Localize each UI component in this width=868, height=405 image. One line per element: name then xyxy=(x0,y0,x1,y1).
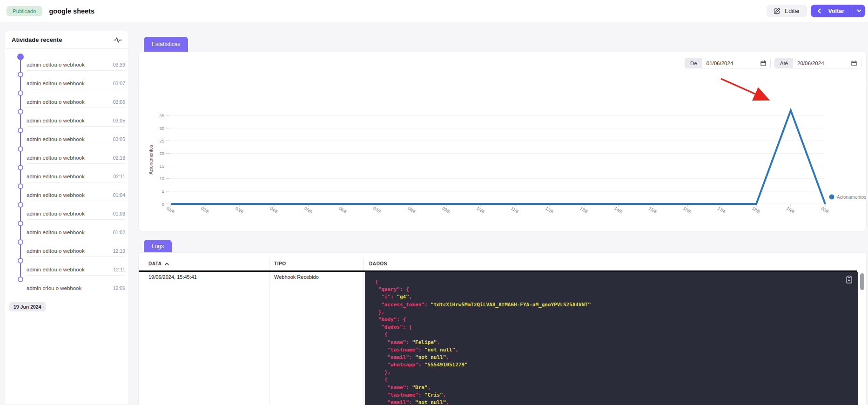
log-row-data: 19/06/2024, 15:45:41 xyxy=(148,274,197,280)
calendar-icon[interactable] xyxy=(760,60,766,66)
column-header-tipo-label: TIPO xyxy=(274,261,286,266)
date-from-value: 01/06/2024 xyxy=(707,61,733,66)
acionamentos-line-chart: 0510152025303501/602/603/604/605/606/607… xyxy=(140,89,866,229)
svg-text:03/6: 03/6 xyxy=(235,205,245,214)
json-code-block: { "query": { "i": "g4", "access_token": … xyxy=(375,278,858,405)
json-code-line: "email": "not null", xyxy=(375,354,858,361)
activity-label: admin editou o webhook xyxy=(27,267,85,272)
svg-text:35: 35 xyxy=(159,113,164,118)
timeline-dot xyxy=(18,90,23,96)
activity-sidebar-header: Atividade recente xyxy=(5,31,128,49)
activity-time: 12:19 xyxy=(113,248,125,254)
svg-text:10/6: 10/6 xyxy=(476,205,486,214)
json-code-line: "email": "not null", xyxy=(375,399,858,405)
activity-time: 02:11 xyxy=(114,174,126,179)
edit-button-label: Editar xyxy=(785,8,800,14)
tab-logs[interactable]: Logs xyxy=(144,240,172,252)
svg-text:15: 15 xyxy=(159,163,164,169)
json-code-line: "i": "g4", xyxy=(375,293,858,301)
json-code-line: { xyxy=(375,278,858,286)
svg-text:06/6: 06/6 xyxy=(338,205,348,214)
timeline-dot xyxy=(17,54,24,60)
timeline-dot xyxy=(18,128,23,133)
activity-sidebar: Atividade recente admin editou o webhook… xyxy=(5,31,129,405)
webhook-detail-page: Publicado google sheets Editar Voltar xyxy=(0,0,868,405)
sort-ascending-icon[interactable] xyxy=(165,263,169,265)
activity-label: admin editou o webhook xyxy=(27,136,85,142)
timeline-dot xyxy=(18,183,23,189)
stats-card-body: De 01/06/2024 Até 20/06/2024 xyxy=(138,52,867,231)
svg-text:04/6: 04/6 xyxy=(269,205,279,214)
activity-pulse-icon xyxy=(114,36,122,44)
stats-card: Estatísticas De 01/06/2024 xyxy=(138,37,867,231)
json-code-line: "lastname": "not null", xyxy=(375,346,858,354)
json-code-line: "access_token": "tdtcX1Hrw5MmTzQiLVA8_At… xyxy=(375,301,858,309)
back-dropdown-toggle[interactable] xyxy=(853,5,865,17)
svg-text:11/6: 11/6 xyxy=(510,205,520,214)
timeline-dot xyxy=(18,258,23,263)
activity-label: admin editou o webhook xyxy=(27,81,85,86)
column-header-data-label: DATA xyxy=(148,261,162,266)
activity-time: 01:04 xyxy=(113,192,125,198)
back-button-label: Voltar xyxy=(828,8,845,14)
svg-text:0: 0 xyxy=(162,202,164,207)
activity-label: admin editou o webhook xyxy=(27,62,85,68)
json-code-line: { xyxy=(375,376,858,384)
activity-label: admin editou o webhook xyxy=(27,192,85,198)
back-button-main[interactable]: Voltar xyxy=(811,5,853,17)
activity-item: admin editou o webhook01:03 xyxy=(27,208,125,220)
svg-text:14/6: 14/6 xyxy=(613,205,624,214)
activity-time: 03:05 xyxy=(113,118,125,123)
timeline-dot xyxy=(18,165,23,170)
activity-item: admin editou o webhook03:39 xyxy=(27,59,125,71)
date-to-label: Até xyxy=(775,58,793,68)
column-divider xyxy=(363,257,364,405)
activity-label: admin editou o webhook xyxy=(27,230,85,235)
activity-timeline: admin editou o webhook03:39admin editou … xyxy=(5,49,128,405)
json-code-line: "name": "Dra", xyxy=(375,384,858,392)
page-title: google sheets xyxy=(49,7,95,15)
copy-button[interactable] xyxy=(846,276,853,285)
activity-label: admin criou o webhook xyxy=(27,285,81,291)
date-to-group: Até 20/06/2024 xyxy=(774,58,861,68)
activity-time: 03:39 xyxy=(113,62,125,68)
logs-card: Logs DATA TIPO DADOS 19/06/2024, 15:45:4… xyxy=(138,240,867,405)
timeline-date-chip: 19 Jun 2024 xyxy=(9,302,46,311)
activity-time: 03:07 xyxy=(113,81,125,86)
chevron-left-icon xyxy=(817,8,821,14)
svg-text:15/6: 15/6 xyxy=(648,205,658,214)
svg-text:12/6: 12/6 xyxy=(545,205,555,214)
edit-button[interactable]: Editar xyxy=(767,5,807,17)
date-to-input[interactable]: 20/06/2024 xyxy=(793,58,861,68)
topbar-actions: Editar Voltar xyxy=(767,5,865,17)
topbar: Publicado google sheets Editar Voltar xyxy=(0,0,868,22)
svg-text:08/6: 08/6 xyxy=(407,205,417,214)
column-header-data[interactable]: DATA xyxy=(148,261,169,266)
date-to-value: 20/06/2024 xyxy=(797,61,824,66)
timeline-dot xyxy=(18,202,23,208)
activity-label: admin editou o webhook xyxy=(27,118,85,123)
log-row-tipo: Webhook Recebido xyxy=(274,274,319,280)
json-code-line: "query": { xyxy=(375,286,858,293)
timeline-dot xyxy=(18,72,23,77)
svg-text:5: 5 xyxy=(162,189,164,194)
date-from-input[interactable]: 01/06/2024 xyxy=(702,58,770,68)
vertical-scrollbar-thumb[interactable] xyxy=(860,273,864,290)
svg-text:19/6: 19/6 xyxy=(786,205,796,214)
svg-text:01/6: 01/6 xyxy=(166,205,176,214)
timeline-dot xyxy=(18,277,23,282)
column-divider xyxy=(269,257,269,405)
column-header-dados: DADOS xyxy=(369,261,387,266)
calendar-icon[interactable] xyxy=(851,60,857,66)
activity-label: admin editou o webhook xyxy=(27,155,85,161)
activity-time: 03:06 xyxy=(113,99,125,105)
svg-text:20: 20 xyxy=(159,151,164,156)
activity-item: admin editou o webhook01:04 xyxy=(27,189,125,201)
svg-text:10: 10 xyxy=(159,176,164,181)
log-payload-panel: { "query": { "i": "g4", "access_token": … xyxy=(365,272,858,405)
activity-item: admin editou o webhook01:02 xyxy=(27,226,125,238)
timeline-dot xyxy=(18,146,23,152)
back-button[interactable]: Voltar xyxy=(811,5,866,17)
json-code-line: "name": "Felipe", xyxy=(375,339,858,346)
tab-estatisticas[interactable]: Estatísticas xyxy=(144,37,188,52)
